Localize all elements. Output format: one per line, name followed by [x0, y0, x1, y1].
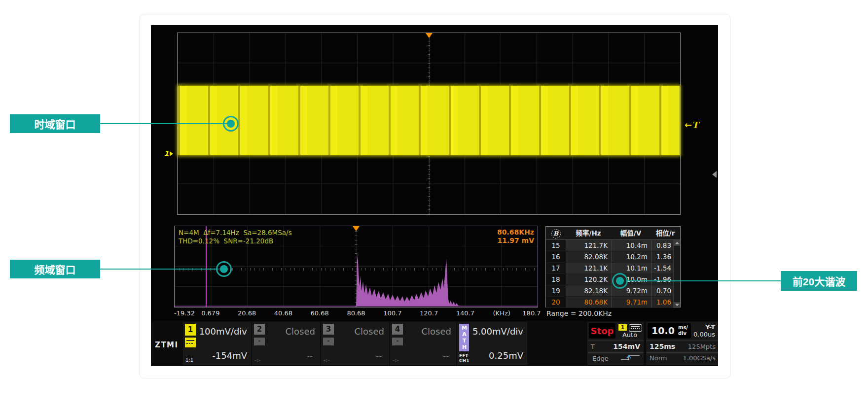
channel-3-status: Closed: [355, 326, 384, 337]
channel-2-status: Closed: [286, 326, 315, 337]
channel1-waveform: [178, 86, 680, 156]
axis-tick: 120.7: [420, 309, 438, 317]
math-scale: 5.00mV/div: [472, 326, 523, 337]
callout-harmonics-line: [626, 280, 781, 281]
display-mode: Y-T: [705, 323, 715, 331]
memory-depth: 125Mpts: [688, 343, 716, 350]
channel-4-value: --: [443, 352, 449, 361]
channel-2-sub: -:-: [254, 357, 261, 363]
channel-4-sub: -:-: [393, 357, 399, 363]
harmonics-icon: B: [546, 227, 566, 239]
timebase-status-block[interactable]: 10.0 ms/div Y-T 0.00us 125ms 125Mpts Nor…: [646, 322, 718, 365]
fft-range-label: Range = 200.0KHz: [546, 309, 612, 317]
edge-rising-icon: [619, 353, 641, 361]
sample-rate: 1.00GSa/s: [683, 354, 716, 362]
channel-4-control[interactable]: 4 - -:- Closed --: [390, 322, 456, 365]
axis-tick: -19.32: [174, 309, 195, 317]
fft-info-line2: THD=0.12% SNR=-21.20dB: [179, 237, 273, 245]
fft-info-line1: N=4M Δf=7.14Hz Sa=28.6MSa/s: [179, 229, 292, 237]
math-tab: MATH: [459, 324, 469, 351]
col-amplitude: 幅值/V: [611, 227, 651, 239]
divider: [587, 352, 644, 353]
trigger-level-marker[interactable]: ←T: [685, 120, 699, 130]
divider: [646, 352, 718, 353]
table-row: 15121.7K10.4m0.83: [546, 240, 680, 251]
channel-1-offset: -154mV: [212, 350, 247, 361]
table-row: 17121.1K10.1m-1.54: [546, 263, 680, 274]
math-offset: 0.25mV: [489, 350, 523, 361]
fft-peak-frequency: 80.68KHz: [497, 228, 534, 236]
channel-1-badge: 1: [185, 324, 196, 336]
axis-tick: 60.68: [311, 309, 329, 317]
channel-4-status: Closed: [422, 326, 451, 337]
channel-2-control[interactable]: 2 - -:- Closed --: [252, 322, 320, 365]
harmonics-table-body: 15121.7K10.4m0.83 1682.08K10.2m1.36 1712…: [546, 240, 680, 308]
harmonics-table-header: B 频率/Hz 幅值/V 相位/r: [546, 227, 680, 240]
channel-2-minus-badge: -: [254, 338, 265, 345]
fft-peak-readout: 80.68KHz11.97 mV: [497, 228, 534, 245]
channel-3-badge: 3: [323, 324, 334, 335]
axis-tick: 180.7: [522, 309, 541, 317]
divider: [587, 341, 644, 341]
channel-2-badge: 2: [254, 324, 265, 335]
divider: [646, 341, 718, 341]
channel-1-control[interactable]: 1 1:1 100mV/div -154mV: [183, 322, 251, 365]
time-domain-window: [177, 33, 681, 215]
axis-tick: 100.7: [383, 309, 401, 317]
screenshot-card: 1 ←T N=4M Δf=7.14Hz Sa=28.6MSa/sTHD=0.12…: [140, 14, 730, 378]
run-state-badge[interactable]: Stop: [589, 323, 615, 339]
callout-harmonics-dot: [616, 277, 624, 285]
axis-tick: 40.68: [274, 309, 292, 317]
callout-time-domain-line: [100, 123, 227, 124]
trigger-letter: T: [692, 120, 698, 130]
table-row: 1682.08K10.2m1.36: [546, 251, 680, 263]
table-row-highlighted: 2080.68K9.71m1.06: [546, 297, 680, 308]
math-mode-source: FFTCH1: [459, 353, 470, 363]
page: 1 ←T N=4M Δf=7.14Hz Sa=28.6MSa/sTHD=0.12…: [0, 0, 868, 409]
channel-4-badge: 4: [392, 324, 403, 335]
channel-3-sub: -:-: [324, 357, 330, 363]
channel-3-minus-badge: -: [323, 338, 334, 345]
callout-harmonics-label: 前20大谐波: [781, 271, 857, 291]
channel-3-value: --: [376, 352, 382, 361]
col-phase: 相位/r: [651, 227, 680, 239]
callout-freq-domain-line: [100, 269, 218, 270]
channel-2-value: --: [307, 352, 313, 361]
trigger-level-label: T: [591, 343, 595, 350]
axis-tick: 20.68: [238, 309, 256, 317]
timebase-scale-box[interactable]: 10.0 ms/div: [648, 323, 691, 339]
panel-collapse-arrow-icon[interactable]: [712, 171, 717, 178]
math-control[interactable]: MATH FFTCH1 5.00mV/div 0.25mV: [457, 322, 527, 365]
harmonics-table: B 频率/Hz 幅值/V 相位/r 15121.7K10.4m0.83 1682…: [545, 226, 681, 307]
brand-logo: ZTMI: [155, 341, 179, 349]
scroll-up-icon[interactable]: [674, 240, 680, 246]
channel-1-coupling-icon: [185, 338, 196, 347]
axis-tick: 140.7: [456, 309, 474, 317]
channel1-marker-label: 1: [164, 149, 169, 158]
col-frequency: 频率/Hz: [566, 227, 611, 239]
channel-4-minus-badge: -: [392, 338, 403, 345]
channel1-marker-arrow-icon: [170, 151, 173, 156]
fft-axis-labels: -19.32 0.679 20.68 40.68 60.68 80.68 100…: [174, 309, 538, 317]
timebase-scale: 10.0: [651, 325, 675, 336]
axis-tick: 80.68: [347, 309, 365, 317]
callout-time-domain-label: 时域窗口: [10, 114, 100, 133]
table-scrollbar[interactable]: [673, 240, 680, 308]
channel1-level-marker[interactable]: 1: [164, 149, 173, 158]
fft-peak-amplitude: 11.97 mV: [497, 237, 534, 244]
trigger-position-icon: [426, 33, 433, 38]
oscilloscope-screen: 1 ←T N=4M Δf=7.14Hz Sa=28.6MSa/sTHD=0.12…: [151, 25, 718, 366]
callout-freq-domain-dot: [220, 265, 228, 273]
status-toolbar: ZTMI 1 1:1 100mV/div -154mV 2 - -:- Clos…: [151, 321, 718, 366]
channel-3-control[interactable]: 3 - -:- Closed --: [321, 322, 389, 365]
channel-1-probe-ratio: 1:1: [185, 357, 193, 363]
trigger-status-block[interactable]: Stop 1 Auto T 154mV Edge: [587, 322, 644, 365]
channel-1-scale: 100mV/div: [199, 326, 247, 337]
capture-window: 125ms: [650, 342, 675, 350]
fft-info-text: N=4M Δf=7.14Hz Sa=28.6MSa/sTHD=0.12% SNR…: [179, 229, 292, 245]
axis-unit-label: (KHz): [493, 309, 510, 317]
trigger-type: Edge: [592, 355, 609, 362]
scroll-down-icon[interactable]: [674, 302, 680, 308]
trigger-source-badge: 1: [618, 324, 627, 331]
table-row: 1982.18K9.72m0.70: [546, 285, 680, 297]
